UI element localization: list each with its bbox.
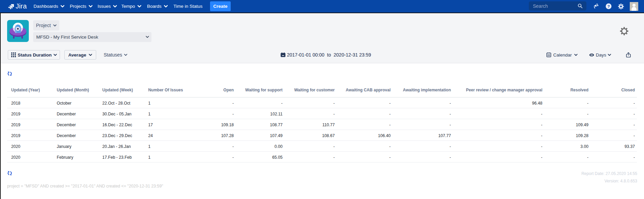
- svg-text:?: ?: [607, 4, 610, 8]
